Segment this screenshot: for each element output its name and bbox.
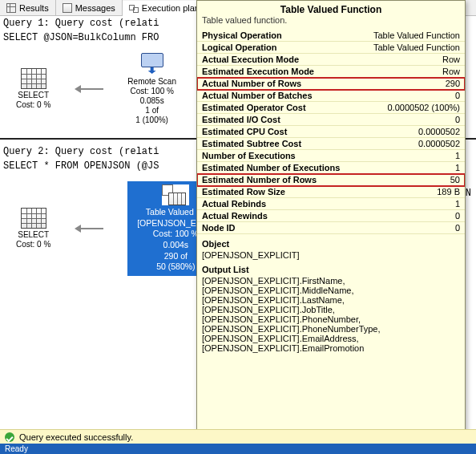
tooltip-outputlist: [OPENJSON_EXPLICIT].FirstName,[OPENJSON_… bbox=[197, 276, 465, 353]
tooltip-output-line: [OPENJSON_EXPLICIT].PhoneNumber, bbox=[197, 314, 465, 324]
tooltip-row-value: 290 bbox=[446, 79, 460, 88]
tooltip-row: Actual Rebinds1 bbox=[197, 198, 465, 210]
tooltip-output-line: [OPENJSON_EXPLICIT].LastName, bbox=[197, 295, 465, 305]
tooltip-row-key: Node ID bbox=[202, 223, 236, 233]
tooltip-properties: Physical OperationTable Valued FunctionL… bbox=[197, 30, 465, 234]
op-rows: 1 (100%) bbox=[127, 116, 176, 125]
tooltip-row-value: Table Valued Function bbox=[373, 43, 460, 52]
tooltip-output-line: [OPENJSON_EXPLICIT].PhoneNumberType, bbox=[197, 324, 465, 334]
select-op-icon bbox=[21, 208, 46, 229]
tooltip-row: Actual Execution ModeRow bbox=[197, 54, 465, 66]
tab-label: Results bbox=[19, 3, 49, 13]
tooltip-row-value: 1 bbox=[455, 199, 460, 209]
tooltip-row-value: 50 bbox=[450, 175, 460, 184]
tooltip-row-key: Estimated Row Size bbox=[202, 187, 285, 197]
tooltip-object-label: Object bbox=[197, 234, 465, 250]
status-text: Query executed successfully. bbox=[19, 432, 133, 442]
remote-scan-icon bbox=[139, 53, 166, 75]
tooltip-row: Number of Executions1 bbox=[197, 150, 465, 162]
tooltip-object-value: [OPENJSON_EXPLICIT] bbox=[197, 250, 465, 260]
tooltip-title: Table Valued Function bbox=[197, 1, 465, 15]
tab-messages[interactable]: Messages bbox=[56, 0, 123, 15]
op-cost: Cost: 100 % bbox=[127, 87, 176, 96]
op-remote-scan[interactable]: Remote Scan Cost: 100 % 0.085s 1 of 1 (1… bbox=[127, 53, 176, 125]
op-time: 0.085s bbox=[127, 96, 176, 106]
tooltip-row-key: Physical Operation bbox=[202, 30, 282, 40]
tooltip-output-line: [OPENJSON_EXPLICIT].EmailPromotion bbox=[197, 343, 465, 353]
tooltip-row-key: Estimated I/O Cost bbox=[202, 115, 280, 124]
tooltip-row-key: Estimated Subtree Cost bbox=[202, 139, 301, 148]
messages-icon bbox=[63, 3, 72, 13]
tooltip-subtitle: Table valued function. bbox=[197, 15, 465, 30]
operator-tooltip: Table Valued Function Table valued funct… bbox=[196, 0, 466, 446]
tooltip-row-value: 0 bbox=[455, 91, 460, 100]
tooltip-output-line: [OPENJSON_EXPLICIT].FirstName, bbox=[197, 276, 465, 286]
tooltip-row-key: Estimated Number of Rows bbox=[202, 175, 317, 184]
tab-execution-plan[interactable]: Execution plan bbox=[123, 1, 207, 16]
tooltip-row-value: Row bbox=[442, 55, 460, 64]
tooltip-output-line: [OPENJSON_EXPLICIT].MiddleName, bbox=[197, 286, 465, 295]
tooltip-row-key: Estimated Number of Executions bbox=[202, 163, 340, 172]
flow-arrow-icon bbox=[75, 225, 103, 233]
tooltip-row-value: 189 B bbox=[437, 187, 460, 197]
op-cost: Cost: 0 % bbox=[16, 240, 50, 249]
tooltip-row-value: 0 bbox=[455, 115, 460, 124]
tooltip-row: Physical OperationTable Valued Function bbox=[197, 30, 465, 42]
op-select[interactable]: SELECT Cost: 0 % bbox=[16, 68, 50, 110]
tooltip-output-line: [OPENJSON_EXPLICIT].EmailAddress, bbox=[197, 334, 465, 343]
exec-plan-icon bbox=[129, 3, 139, 13]
success-icon bbox=[5, 432, 14, 442]
select-op-icon bbox=[21, 68, 46, 89]
tooltip-row-key: Actual Execution Mode bbox=[202, 55, 299, 64]
tooltip-row: Estimated Row Size189 B bbox=[197, 186, 465, 198]
tooltip-row-key: Actual Rebinds bbox=[202, 199, 266, 209]
tooltip-row: Node ID0 bbox=[197, 222, 465, 234]
grid-icon bbox=[6, 3, 16, 13]
tooltip-row-key: Estimated Operator Cost bbox=[202, 103, 306, 112]
tooltip-row-key: Actual Number of Rows bbox=[202, 79, 301, 88]
tooltip-row: Estimated Execution ModeRow bbox=[197, 66, 465, 78]
tooltip-outputlist-label: Output List bbox=[197, 260, 465, 276]
tooltip-row-value: Table Valued Function bbox=[373, 30, 460, 40]
tooltip-row: Actual Number of Rows290 bbox=[197, 78, 465, 90]
tooltip-row-key: Actual Number of Batches bbox=[202, 91, 313, 100]
ready-bar: Ready bbox=[0, 444, 476, 454]
tooltip-row: Estimated I/O Cost0 bbox=[197, 114, 465, 126]
tooltip-row-value: 0.0000502 bbox=[418, 139, 460, 148]
tooltip-row-key: Number of Executions bbox=[202, 151, 296, 160]
tooltip-row-value: 1 bbox=[455, 163, 460, 172]
tvf-icon bbox=[162, 184, 189, 207]
tooltip-row: Estimated Subtree Cost0.0000502 bbox=[197, 138, 465, 150]
flow-arrow-icon bbox=[75, 85, 103, 93]
op-rows: 1 of bbox=[127, 106, 176, 116]
tooltip-row-value: 1 bbox=[455, 151, 460, 160]
tooltip-row-value: 0 bbox=[455, 223, 460, 233]
tooltip-row: Estimated Operator Cost0.0000502 (100%) bbox=[197, 102, 465, 114]
tooltip-row-value: Row bbox=[442, 67, 460, 76]
tooltip-row: Estimated Number of Rows50 bbox=[197, 174, 465, 186]
tooltip-row-key: Estimated CPU Cost bbox=[202, 127, 287, 136]
tooltip-row-key: Estimated Execution Mode bbox=[202, 67, 314, 76]
tooltip-row-value: 0.0000502 bbox=[418, 127, 460, 136]
tab-results[interactable]: Results bbox=[0, 0, 56, 15]
tooltip-row: Actual Number of Batches0 bbox=[197, 90, 465, 102]
tooltip-row: Actual Rewinds0 bbox=[197, 210, 465, 222]
tooltip-row: Logical OperationTable Valued Function bbox=[197, 42, 465, 54]
tooltip-row-key: Actual Rewinds bbox=[202, 211, 268, 221]
tab-label: Messages bbox=[75, 3, 115, 13]
tab-label: Execution plan bbox=[142, 3, 200, 13]
status-bar: Query executed successfully. bbox=[0, 429, 476, 444]
tooltip-row-value: 0.0000502 (100%) bbox=[387, 103, 460, 112]
tooltip-row-key: Logical Operation bbox=[202, 43, 277, 52]
tooltip-row-value: 0 bbox=[455, 211, 460, 221]
op-cost: Cost: 0 % bbox=[16, 100, 50, 110]
op-label: SELECT bbox=[16, 91, 50, 100]
tooltip-row: Estimated Number of Executions1 bbox=[197, 162, 465, 174]
op-label: SELECT bbox=[16, 230, 50, 240]
op-label: Remote Scan bbox=[127, 77, 176, 87]
tooltip-output-line: [OPENJSON_EXPLICIT].JobTitle, bbox=[197, 305, 465, 314]
op-select[interactable]: SELECT Cost: 0 % bbox=[16, 208, 50, 249]
tooltip-row: Estimated CPU Cost0.0000502 bbox=[197, 126, 465, 138]
